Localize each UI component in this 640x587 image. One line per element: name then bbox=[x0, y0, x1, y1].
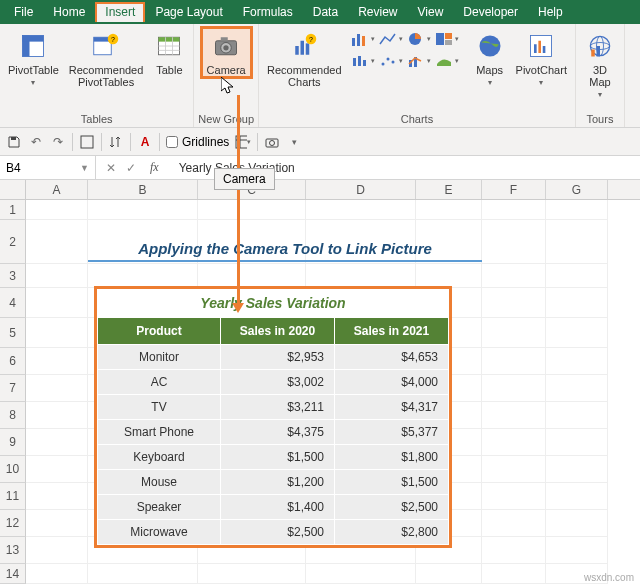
cell[interactable] bbox=[88, 200, 198, 220]
cell[interactable] bbox=[198, 200, 306, 220]
cell-product[interactable]: Keyboard bbox=[98, 445, 221, 470]
cell[interactable] bbox=[482, 200, 546, 220]
cell[interactable] bbox=[26, 375, 88, 402]
line-chart-icon[interactable]: ▾ bbox=[378, 30, 404, 48]
cell-product[interactable]: Monitor bbox=[98, 345, 221, 370]
menu-developer[interactable]: Developer bbox=[453, 2, 528, 22]
menu-home[interactable]: Home bbox=[43, 2, 95, 22]
borders-icon[interactable] bbox=[79, 134, 95, 150]
cell[interactable] bbox=[26, 429, 88, 456]
cell[interactable] bbox=[306, 200, 416, 220]
cell[interactable] bbox=[88, 264, 198, 288]
cell[interactable] bbox=[546, 348, 608, 375]
cell[interactable] bbox=[26, 564, 88, 584]
cell-sales-2020[interactable]: $1,500 bbox=[220, 445, 334, 470]
treemap-chart-icon[interactable]: ▾ bbox=[434, 30, 460, 48]
cell[interactable] bbox=[198, 564, 306, 584]
row-header[interactable]: 11 bbox=[0, 483, 26, 510]
cell[interactable] bbox=[26, 537, 88, 564]
cell[interactable] bbox=[198, 264, 306, 288]
pivotchart-button[interactable]: PivotChart ▾ bbox=[512, 26, 571, 87]
cell[interactable] bbox=[546, 220, 608, 264]
cell-sales-2020[interactable]: $3,002 bbox=[220, 370, 334, 395]
row-header[interactable]: 1 bbox=[0, 200, 26, 220]
cell-sales-2021[interactable]: $4,317 bbox=[334, 395, 448, 420]
cell[interactable] bbox=[26, 288, 88, 318]
cell-product[interactable]: Smart Phone bbox=[98, 420, 221, 445]
cell-product[interactable]: Microwave bbox=[98, 520, 221, 545]
row-header[interactable]: 5 bbox=[0, 318, 26, 348]
cell[interactable] bbox=[26, 348, 88, 375]
cell-sales-2020[interactable]: $3,211 bbox=[220, 395, 334, 420]
cell[interactable] bbox=[88, 564, 198, 584]
cell[interactable] bbox=[546, 429, 608, 456]
cell[interactable] bbox=[546, 288, 608, 318]
menu-formulas[interactable]: Formulas bbox=[233, 2, 303, 22]
cell-sales-2021[interactable]: $2,500 bbox=[334, 495, 448, 520]
cell[interactable] bbox=[546, 510, 608, 537]
col-header-e[interactable]: E bbox=[416, 180, 482, 199]
col-header-g[interactable]: G bbox=[546, 180, 608, 199]
menu-help[interactable]: Help bbox=[528, 2, 573, 22]
combo-chart-icon[interactable]: ▾ bbox=[406, 52, 432, 70]
row-header[interactable]: 7 bbox=[0, 375, 26, 402]
camera-qat-icon[interactable] bbox=[264, 134, 280, 150]
cell[interactable] bbox=[26, 200, 88, 220]
column-chart-icon[interactable]: ▾ bbox=[350, 30, 376, 48]
cell-sales-2021[interactable]: $4,653 bbox=[334, 345, 448, 370]
cell[interactable] bbox=[546, 537, 608, 564]
undo-icon[interactable]: ↶ bbox=[28, 134, 44, 150]
col-header-b[interactable]: B bbox=[88, 180, 198, 199]
cell[interactable] bbox=[546, 402, 608, 429]
cell[interactable] bbox=[546, 375, 608, 402]
enter-icon[interactable]: ✓ bbox=[126, 161, 136, 175]
cell[interactable] bbox=[26, 456, 88, 483]
cell-sales-2021[interactable]: $2,800 bbox=[334, 520, 448, 545]
cell-sales-2020[interactable]: $1,400 bbox=[220, 495, 334, 520]
cell[interactable] bbox=[482, 264, 546, 288]
cancel-icon[interactable]: ✕ bbox=[106, 161, 116, 175]
cell[interactable] bbox=[306, 264, 416, 288]
row-header[interactable]: 3 bbox=[0, 264, 26, 288]
cell[interactable] bbox=[26, 318, 88, 348]
gridlines-check-input[interactable] bbox=[166, 136, 178, 148]
redo-icon[interactable]: ↷ bbox=[50, 134, 66, 150]
col-header-f[interactable]: F bbox=[482, 180, 546, 199]
cell[interactable] bbox=[26, 483, 88, 510]
col-header-a[interactable]: A bbox=[26, 180, 88, 199]
cell[interactable] bbox=[482, 220, 546, 264]
cell[interactable] bbox=[546, 200, 608, 220]
row-header[interactable]: 8 bbox=[0, 402, 26, 429]
pivottable-button[interactable]: PivotTable ▾ bbox=[4, 26, 63, 87]
cell[interactable] bbox=[482, 564, 546, 584]
cell[interactable] bbox=[306, 564, 416, 584]
sort-icon[interactable] bbox=[108, 134, 124, 150]
pie-chart-icon[interactable]: ▾ bbox=[406, 30, 432, 48]
cell[interactable] bbox=[546, 456, 608, 483]
name-box-dropdown-icon[interactable]: ▼ bbox=[80, 163, 89, 173]
cell-sales-2020[interactable]: $2,953 bbox=[220, 345, 334, 370]
surface-chart-icon[interactable]: ▾ bbox=[434, 52, 460, 70]
cell[interactable] bbox=[482, 375, 546, 402]
row-header[interactable]: 9 bbox=[0, 429, 26, 456]
cell[interactable] bbox=[26, 402, 88, 429]
cell-sales-2020[interactable]: $1,200 bbox=[220, 470, 334, 495]
cell[interactable] bbox=[416, 264, 482, 288]
cell-sales-2020[interactable]: $2,500 bbox=[220, 520, 334, 545]
cell[interactable] bbox=[482, 288, 546, 318]
menu-file[interactable]: File bbox=[4, 2, 43, 22]
cell-sales-2021[interactable]: $4,000 bbox=[334, 370, 448, 395]
menu-view[interactable]: View bbox=[408, 2, 454, 22]
cell-sales-2021[interactable]: $1,500 bbox=[334, 470, 448, 495]
map3d-button[interactable]: 3D Map ▾ bbox=[580, 26, 620, 99]
cell[interactable] bbox=[482, 510, 546, 537]
cell-product[interactable]: Mouse bbox=[98, 470, 221, 495]
cell[interactable] bbox=[482, 537, 546, 564]
menu-data[interactable]: Data bbox=[303, 2, 348, 22]
camera-button[interactable]: Camera bbox=[200, 26, 253, 79]
cell-product[interactable]: TV bbox=[98, 395, 221, 420]
more-qat-icon[interactable]: ▾ bbox=[286, 134, 302, 150]
menu-page-layout[interactable]: Page Layout bbox=[145, 2, 232, 22]
cell[interactable] bbox=[416, 200, 482, 220]
cell-sales-2021[interactable]: $1,800 bbox=[334, 445, 448, 470]
